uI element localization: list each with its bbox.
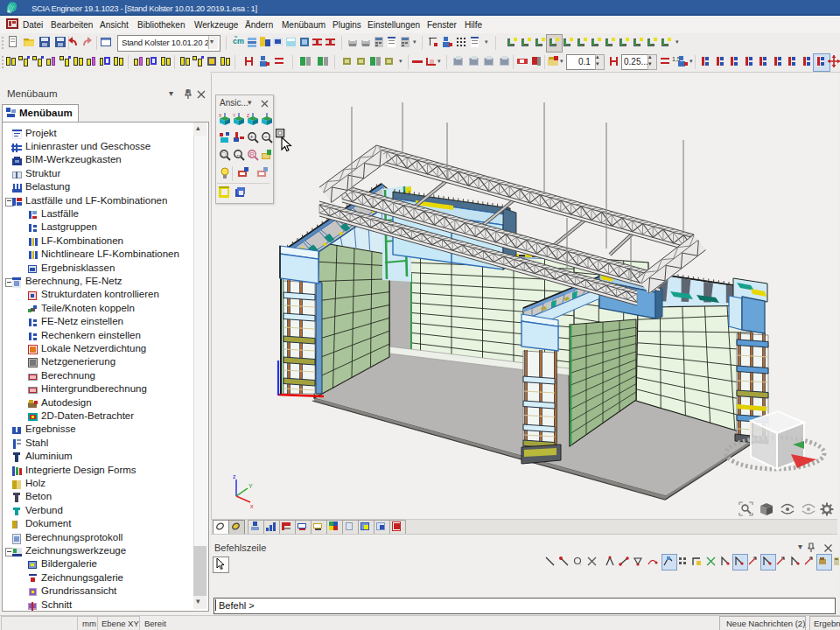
svg-text:X: X (219, 113, 222, 118)
svg-text:z: z (233, 473, 236, 480)
svg-text:↔: ↔ (236, 151, 242, 158)
svg-text:R: R (250, 151, 255, 158)
svg-text:Y: Y (233, 113, 236, 118)
svg-text:+: + (250, 134, 254, 140)
svg-text:x: x (250, 503, 254, 509)
svg-text:□: □ (222, 151, 227, 158)
svg-text:Z: Z (247, 113, 249, 118)
svg-text:.: . (580, 561, 582, 566)
svg-text:−: − (264, 134, 268, 140)
svg-text:Y: Y (248, 483, 253, 489)
